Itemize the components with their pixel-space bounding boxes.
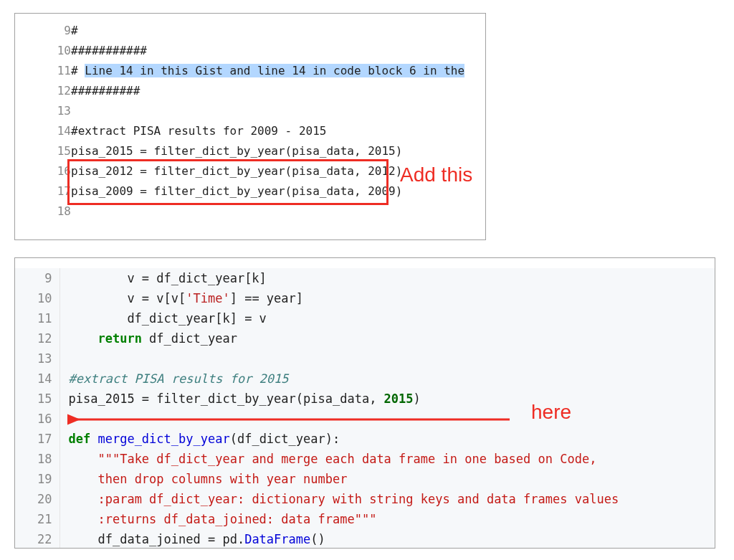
line-number: 16 <box>15 409 59 429</box>
line-number: 9 <box>15 268 59 288</box>
line-number: 12 <box>15 81 71 101</box>
code-content: pisa_2015 = filter_dict_by_year(pisa_dat… <box>59 389 715 409</box>
line-number: 19 <box>15 469 59 489</box>
code-line: 10########### <box>15 41 485 61</box>
line-number: 18 <box>15 201 71 222</box>
code-content <box>71 201 485 222</box>
line-number: 20 <box>15 489 59 509</box>
code-line: 13 <box>15 348 715 369</box>
line-number: 15 <box>15 389 59 409</box>
line-number: 10 <box>15 41 71 61</box>
line-number: 14 <box>15 121 71 141</box>
line-number: 21 <box>15 509 59 529</box>
token: 'Time' <box>186 291 229 305</box>
code-content <box>59 409 715 429</box>
token: def <box>69 432 98 446</box>
code-line: 16 <box>15 409 715 429</box>
line-number: 16 <box>15 161 71 181</box>
annotation-add-this: Add this <box>400 163 472 186</box>
code-table-bottom: 9 v = df_dict_year[k]10 v = v[v['Time'] … <box>15 268 715 549</box>
code-content: :returns df_data_joined: data frame""" <box>59 509 715 529</box>
token: 2015 <box>384 391 414 406</box>
code-line: 12 return df_dict_year <box>15 328 715 348</box>
code-content: pisa_2015 = filter_dict_by_year(pisa_dat… <box>71 141 485 161</box>
code-content: #extract PISA results for 2009 - 2015 <box>71 121 485 141</box>
line-number: 9 <box>15 21 71 41</box>
code-content: v = v[v['Time'] == year] <box>59 288 715 308</box>
line-number: 13 <box>15 101 71 121</box>
code-content: """Take df_dict_year and merge each data… <box>59 449 715 469</box>
code-content: def merge_dict_by_year(df_dict_year): <box>59 429 715 449</box>
code-content <box>71 101 485 121</box>
code-line: 15pisa_2015 = filter_dict_by_year(pisa_d… <box>15 141 485 161</box>
code-content: :param df_dict_year: dictionary with str… <box>59 489 715 509</box>
line-number: 10 <box>15 288 59 308</box>
code-line: 12########## <box>15 81 485 101</box>
code-line: 18 """Take df_dict_year and merge each d… <box>15 449 715 469</box>
token: return <box>97 331 141 346</box>
code-line: 14#extract PISA results for 2015 <box>15 369 715 389</box>
code-content: # Line 14 in this Gist and line 14 in co… <box>71 61 485 81</box>
token: merge_dict_by_year <box>97 432 229 446</box>
token: :param df_dict_year: dictionary with str… <box>97 492 619 506</box>
token: """Take df_dict_year and merge each data… <box>97 452 596 466</box>
code-line: 9# <box>15 21 485 41</box>
code-line: 11# Line 14 in this Gist and line 14 in … <box>15 61 485 81</box>
code-line: 15pisa_2015 = filter_dict_by_year(pisa_d… <box>15 389 715 409</box>
line-number: 11 <box>15 61 71 81</box>
line-number: 22 <box>15 529 59 549</box>
code-content: #extract PISA results for 2015 <box>59 369 715 389</box>
code-content <box>59 348 715 369</box>
line-number: 12 <box>15 328 59 348</box>
token: #extract PISA results for 2015 <box>69 371 289 386</box>
line-number: 14 <box>15 369 59 389</box>
line-number: 18 <box>15 449 59 469</box>
code-content: return df_dict_year <box>59 328 715 348</box>
token: then drop columns with year number <box>97 472 347 486</box>
line-number: 11 <box>15 308 59 328</box>
code-line: 22 df_data_joined = pd.DataFrame() <box>15 529 715 549</box>
code-line: 17def merge_dict_by_year(df_dict_year): <box>15 429 715 449</box>
code-line: 14#extract PISA results for 2009 - 2015 <box>15 121 485 141</box>
code-content: ########## <box>71 81 485 101</box>
code-content: df_dict_year[k] = v <box>59 308 715 328</box>
code-table-top: 9#10###########11# Line 14 in this Gist … <box>15 21 485 222</box>
line-number: 13 <box>15 348 59 369</box>
text-selection: Line 14 in this Gist and line 14 in code… <box>85 64 464 77</box>
code-block-bottom: 9 v = df_dict_year[k]10 v = v[v['Time'] … <box>14 257 715 549</box>
token: DataFrame <box>244 532 310 546</box>
code-content: then drop columns with year number <box>59 469 715 489</box>
line-number: 15 <box>15 141 71 161</box>
code-line: 20 :param df_dict_year: dictionary with … <box>15 489 715 509</box>
code-line: 9 v = df_dict_year[k] <box>15 268 715 288</box>
line-number: 17 <box>15 181 71 201</box>
code-content: # <box>71 21 485 41</box>
code-line: 11 df_dict_year[k] = v <box>15 308 715 328</box>
code-line: 19 then drop columns with year number <box>15 469 715 489</box>
code-content: v = df_dict_year[k] <box>59 268 715 288</box>
token: :returns df_data_joined: data frame""" <box>97 512 376 526</box>
code-line: 21 :returns df_data_joined: data frame""… <box>15 509 715 529</box>
code-line: 13 <box>15 101 485 121</box>
code-block-top: 9#10###########11# Line 14 in this Gist … <box>14 13 486 240</box>
annotation-here: here <box>531 401 571 424</box>
code-line: 18 <box>15 201 485 222</box>
code-content: df_data_joined = pd.DataFrame() <box>59 529 715 549</box>
code-content: ########### <box>71 41 485 61</box>
code-line: 10 v = v[v['Time'] == year] <box>15 288 715 308</box>
line-number: 17 <box>15 429 59 449</box>
